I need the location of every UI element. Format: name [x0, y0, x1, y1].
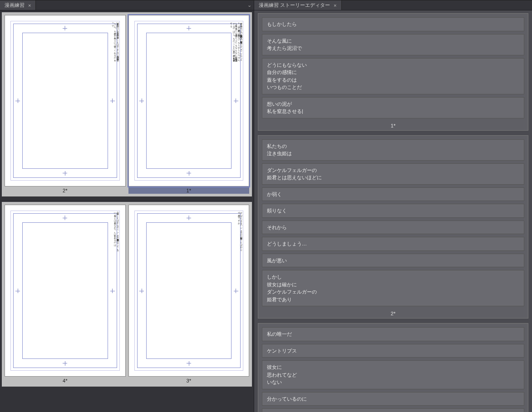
dialogue-text-field[interactable]: 想いの泥が 私を窒息させる|: [262, 97, 524, 118]
close-icon[interactable]: ×: [334, 3, 336, 8]
page-number-label: 3*: [128, 377, 250, 384]
dialogue-text-field[interactable]: しかし 彼女は確かに ダンケルフェルガーの 姫君であり: [262, 270, 524, 306]
page-canvas: 自分のことばかりでハンネロー婚約者になっても私の手に届くとは思えなかった私にある…: [5, 205, 126, 376]
dialogue-text-field[interactable]: 分かっているのに: [262, 392, 524, 406]
tab-title: 漫画練習 ストーリーエディター: [259, 2, 330, 9]
dialogue-text-field[interactable]: それから: [262, 221, 524, 235]
dialogue-text-field[interactable]: 婚約者になっても 私の手に届くとは 思えなかった: [262, 408, 524, 412]
dialogue-text-field[interactable]: どうにもならない 自分の感情に 蓋をするのは いつものことだ: [262, 58, 524, 94]
dialogue-text-field[interactable]: ダンケルフェルガーの 姫君とは思えないほどに: [262, 163, 524, 185]
page-number-label: 1*: [128, 186, 250, 194]
dialogue-text-field[interactable]: 頼りなく: [262, 204, 524, 218]
story-page-block: もしかしたらそんな風に 考えたら泥沼でどうにもならない 自分の感情に 蓋をするの…: [258, 13, 528, 131]
page-text-preview: 有り余るほどの魔力血筋に恥じぬ美貌背だけはダンケルフェルガーの姫君には似合わない…: [230, 21, 243, 62]
page-thumb-4[interactable]: 自分のことばかりでハンネロー婚約者になっても私の手に届くとは思えなかった私にある…: [5, 205, 126, 383]
story-editor-pane: 漫画練習 ストーリーエディター × もしかしたらそんな風に 考えたら泥沼でどうに…: [254, 0, 532, 412]
tab-dropdown-button[interactable]: ⌄: [245, 0, 254, 10]
tab-story-editor[interactable]: 漫画練習 ストーリーエディター ×: [254, 0, 342, 10]
page-canvas: せばんさまハンネローレ様自分のことばかりで何がですか: [128, 205, 250, 376]
dialogue-text-field[interactable]: 私たちの 泣き虫姫は: [262, 139, 524, 161]
page-thumb-3[interactable]: せばんさまハンネローレ様自分のことばかりで何がですか 3*: [128, 205, 250, 383]
story-block-page-label: 2*: [262, 309, 524, 317]
page-text-preview: 私想い卵だけど自分で殻を破ることはできない弱虫で臆病だからいつも誰かが代わりに破…: [111, 21, 119, 62]
page-canvas: 私想い卵だけど自分で殻を破ることはできない弱虫で臆病だからいつも誰かが代わりに破…: [5, 15, 126, 186]
dialogue-text-field[interactable]: 彼女に 思われてなど いない: [262, 360, 524, 389]
dialogue-text-field[interactable]: 私の唯一だ: [262, 327, 524, 341]
dialogue-text-field[interactable]: ケントリプス: [262, 344, 524, 358]
page-thumbnails-area[interactable]: 私想い卵だけど自分で殻を破ることはできない弱虫で臆病だからいつも誰かが代わりに破…: [0, 10, 254, 412]
right-tab-bar: 漫画練習 ストーリーエディター ×: [254, 0, 532, 10]
page-text-preview: せばんさまハンネローレ様自分のことばかりで何がですか: [237, 211, 242, 251]
tab-title: 漫画練習: [5, 2, 25, 9]
dialogue-text-field[interactable]: どうしましょう…: [262, 237, 524, 251]
page-canvas: 有り余るほどの魔力血筋に恥じぬ美貌背だけはダンケルフェルガーの姫君には似合わない…: [128, 15, 250, 186]
page-text-preview: 自分のことばかりでハンネロー婚約者になっても私の手に届くとは思えなかった私にある…: [114, 211, 119, 251]
story-page-block: 私の唯一だケントリプス彼女に 思われてなど いない分かっているのに婚約者になって…: [258, 323, 528, 412]
page-thumb-1[interactable]: 有り余るほどの魔力血筋に恥じぬ美貌背だけはダンケルフェルガーの姫君には似合わない…: [128, 15, 250, 194]
pages-pane: 漫画練習 × ⌄: [0, 0, 254, 412]
chevron-down-icon: ⌄: [247, 2, 251, 8]
dialogue-text-field[interactable]: もしかしたら: [262, 17, 524, 31]
dialogue-text-field[interactable]: か弱く: [262, 187, 524, 201]
page-number-label: 2*: [5, 186, 126, 194]
dialogue-text-field[interactable]: そんな風に 考えたら泥沼で: [262, 34, 524, 55]
left-tab-bar: 漫画練習 × ⌄: [0, 0, 254, 10]
story-editor-area[interactable]: もしかしたらそんな風に 考えたら泥沼でどうにもならない 自分の感情に 蓋をするの…: [254, 10, 532, 412]
spread-1: 私想い卵だけど自分で殻を破ることはできない弱虫で臆病だからいつも誰かが代わりに破…: [2, 12, 252, 196]
page-number-label: 4*: [5, 377, 126, 384]
close-icon[interactable]: ×: [28, 3, 31, 8]
tab-manga-file[interactable]: 漫画練習 ×: [0, 0, 36, 10]
story-page-block: 私たちの 泣き虫姫はダンケルフェルガーの 姫君とは思えないほどにか弱く頼りなくそ…: [258, 135, 528, 319]
story-block-page-label: 1*: [262, 121, 524, 129]
spread-2: 自分のことばかりでハンネロー婚約者になっても私の手に届くとは思えなかった私にある…: [2, 202, 252, 386]
page-thumb-2[interactable]: 私想い卵だけど自分で殻を破ることはできない弱虫で臆病だからいつも誰かが代わりに破…: [5, 15, 126, 194]
dialogue-text-field[interactable]: 風が悪い: [262, 254, 524, 268]
